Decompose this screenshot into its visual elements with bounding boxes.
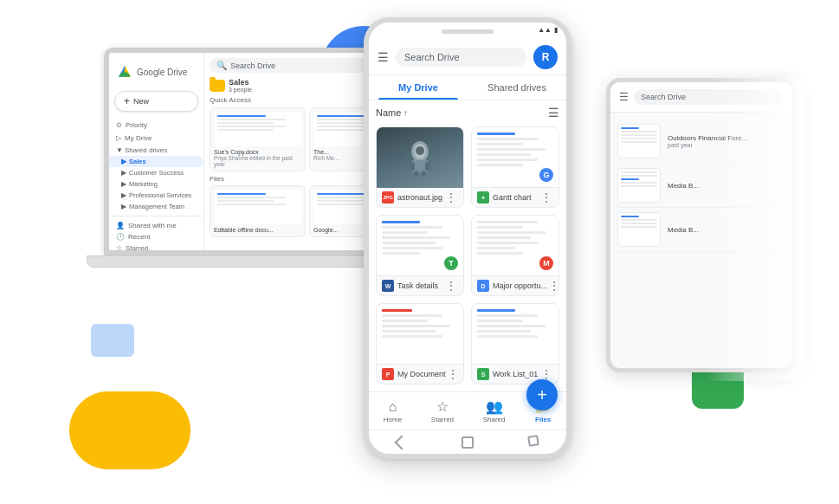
task-thumbnail: T — [377, 216, 463, 276]
new-button-label: New — [133, 97, 149, 106]
astronaut-icon — [403, 136, 437, 179]
file-avatar: T — [442, 255, 460, 272]
file-info-left: + Gantt chart — [477, 191, 532, 204]
file-card-mydoc[interactable]: P My Document ⋮ — [376, 303, 464, 384]
tablet-fade-overlay — [606, 78, 805, 381]
doc-line — [382, 236, 450, 239]
hamburger-icon[interactable]: ☰ — [378, 50, 389, 64]
phone-screen: ▲▲ ▮ ☰ Search Drive R My Drive Shared dr… — [364, 17, 571, 459]
list-view-icon[interactable]: ☰ — [548, 106, 559, 120]
decorative-folder-blue — [91, 324, 134, 357]
doc-line — [382, 309, 412, 312]
jpg-icon: JPG — [382, 191, 394, 204]
preview-line — [217, 200, 274, 202]
laptop-sidebar: Google Drive + New ⊙ Priority ▷ My Drive… — [109, 53, 204, 250]
phone-avatar[interactable]: R — [533, 45, 558, 69]
shared-nav-icon: 👥 — [486, 398, 503, 415]
phone-status-bar: ▲▲ ▮ — [369, 23, 566, 40]
bottom-nav-starred[interactable]: ☆ Starred — [431, 398, 454, 423]
file-info-task: W Task details ⋮ — [377, 276, 463, 295]
plus-icon: + — [124, 95, 130, 107]
file-1[interactable]: Editable offline docu... — [210, 185, 306, 237]
sidebar-item-shared-with-me[interactable]: 👤 Shared with me — [109, 220, 203, 231]
tab-shared-drives[interactable]: Shared drives — [468, 75, 566, 100]
file-card-task[interactable]: T W Task details ⋮ — [376, 215, 464, 296]
my-drive-tab-label: My Drive — [398, 82, 438, 93]
starred-nav-label: Starred — [431, 416, 454, 423]
major-thumbnail: M — [472, 216, 558, 276]
home-button[interactable] — [461, 436, 474, 449]
more-options-icon[interactable]: ⋮ — [444, 280, 458, 292]
doc-line — [477, 330, 531, 333]
sidebar-item-customer-success[interactable]: ▶ Customer Success — [109, 167, 203, 178]
more-options-icon[interactable]: ⋮ — [547, 280, 559, 292]
sort-control[interactable]: Name ↑ — [376, 107, 408, 118]
phone-search-bar[interactable]: Search Drive — [396, 48, 526, 67]
more-options-icon[interactable]: ⋮ — [444, 191, 458, 204]
quick-file-1-editor: Priya Sharma edited in the past year — [214, 155, 301, 167]
bottom-nav-shared[interactable]: 👥 Shared — [483, 398, 506, 423]
file-card-gantt[interactable]: G + Gantt chart ⋮ — [471, 126, 559, 208]
sidebar-item-shared-drives[interactable]: ▼ Shared drives — [109, 145, 203, 156]
more-options-icon[interactable]: ⋮ — [539, 368, 553, 380]
file-card-worklist[interactable]: S Work List_01 ⋮ — [471, 303, 559, 384]
quick-file-1[interactable]: Sue's Copy.docx Priya Sharma edited in t… — [210, 107, 306, 171]
tab-my-drive[interactable]: My Drive — [369, 75, 468, 100]
doc-line — [382, 314, 442, 317]
sidebar-item-starred[interactable]: ☆ Starred — [109, 242, 203, 254]
sidebar-item-marketing[interactable]: ▶ Marketing — [109, 178, 203, 190]
content-header: Name ↑ ☰ — [376, 106, 559, 120]
sidebar-item-priority[interactable]: ⊙ Priority — [109, 119, 203, 132]
svg-rect-11 — [422, 171, 426, 176]
preview-line — [317, 115, 365, 117]
bottom-nav-home[interactable]: ⌂ Home — [384, 399, 402, 423]
preview-line — [217, 115, 266, 117]
drive-logo-icon — [116, 63, 133, 81]
status-icons: ▲▲ ▮ — [538, 26, 558, 34]
worklist-thumbnail — [472, 304, 558, 365]
doc-line — [477, 231, 545, 234]
file-card-astronaut[interactable]: JPG astronaut.jpg ⋮ — [376, 126, 464, 208]
mydrive-icon: ▷ — [116, 134, 121, 142]
battery-icon: ▮ — [554, 26, 558, 34]
sidebar-item-professional-services[interactable]: ▶ Professional Services — [109, 190, 203, 201]
doc-line — [382, 242, 436, 244]
gantt-thumbnail: G — [472, 127, 558, 188]
sidebar-item-mydrive[interactable]: ▷ My Drive — [109, 132, 203, 145]
back-button[interactable] — [394, 435, 409, 449]
sidebar-item-sales[interactable]: ▶ Sales — [109, 156, 203, 167]
file-info-major: D Major opportu... ⋮ — [472, 276, 558, 295]
preview-line — [217, 129, 274, 131]
file-info-left: JPG astronaut.jpg — [382, 191, 442, 204]
doc-line — [477, 143, 523, 145]
file-name-task: Task details — [397, 281, 438, 290]
home-label: Home — [384, 416, 402, 423]
marketing-label: Marketing — [129, 180, 158, 188]
doc-line — [477, 153, 531, 156]
sidebar-item-recent[interactable]: 🕐 Recent — [109, 231, 203, 242]
file-1-preview — [214, 190, 301, 224]
marketing-icon: ▶ — [121, 180, 126, 188]
doc-line — [477, 236, 531, 239]
doc-line — [382, 325, 450, 327]
phone-header: ☰ Search Drive R — [369, 40, 566, 75]
sheets-icon: S — [477, 368, 489, 380]
file-name-major: Major opportu... — [493, 281, 547, 290]
wifi-icon: ▲▲ — [538, 26, 552, 34]
file-card-major[interactable]: M D Major opportu... ⋮ — [471, 215, 559, 296]
shared-drives-label: Shared drives — [125, 146, 167, 154]
decorative-yellow-blob — [69, 391, 190, 469]
recents-button[interactable] — [527, 435, 539, 447]
shared-drives-tab-label: Shared drives — [487, 82, 546, 93]
cs-icon: ▶ — [121, 169, 126, 177]
svg-rect-8 — [410, 162, 415, 171]
doc-line — [477, 247, 515, 249]
sidebar-item-management-team[interactable]: ▶ Management Team — [109, 201, 203, 212]
file-name-astronaut: astronaut.jpg — [397, 193, 442, 202]
phone-notch — [442, 29, 494, 34]
more-options-icon[interactable]: ⋮ — [539, 191, 553, 204]
more-options-icon[interactable]: ⋮ — [446, 368, 460, 380]
phone-home-bar — [369, 430, 566, 454]
doc-line — [477, 252, 523, 255]
new-button[interactable]: + New — [114, 91, 198, 112]
